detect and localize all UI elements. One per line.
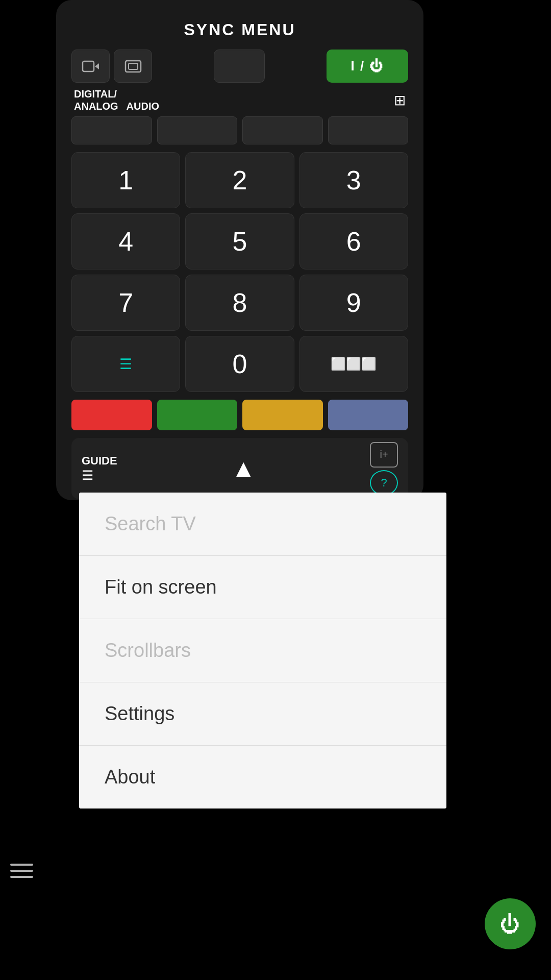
help-button[interactable]: ? [370,470,398,496]
yellow-button[interactable] [242,400,323,430]
top-row: I / ⏻ [71,50,408,83]
hamburger-line-2 [10,870,33,872]
sub-btn-4[interactable] [328,116,409,144]
num-4-button[interactable]: 4 [71,213,180,270]
svg-rect-2 [126,61,141,72]
blue-button[interactable] [328,400,409,430]
guide-button[interactable]: GUIDE ☰ [82,454,117,483]
num-6-button[interactable]: 6 [299,213,408,270]
svg-marker-1 [95,63,99,69]
svg-rect-3 [129,63,138,69]
fab-icon: ⏻ [500,913,520,936]
svg-rect-0 [83,61,94,71]
top-left-buttons [71,50,152,83]
numpad: 1 2 3 4 5 6 7 8 9 ☰ 0 ⬜⬜⬜ [71,152,408,392]
num-5-button[interactable]: 5 [185,213,294,270]
digital-analog-label: DIGITAL/ ANALOG AUDIO [74,88,159,112]
dropdown-menu: Search TV Fit on screen Scrollbars Setti… [79,493,446,808]
middle-top-button[interactable] [214,50,265,83]
red-button[interactable] [71,400,152,430]
info-button[interactable]: i+ [370,442,398,468]
subtitle-button[interactable]: ⬜⬜⬜ [299,336,408,392]
power-button[interactable]: I / ⏻ [327,50,408,83]
up-arrow-button[interactable]: ▲ [231,454,257,483]
menu-item-settings[interactable]: Settings [79,682,446,746]
menu-item-fit-on-screen[interactable]: Fit on screen [79,556,446,619]
fab-button[interactable]: ⏻ [485,898,536,949]
equalizer-icon: ⊞ [394,92,406,109]
menu-item-scrollbars[interactable]: Scrollbars [79,619,446,682]
menu-item-about[interactable]: About [79,746,446,808]
sync-menu-title: SYNC MENU [71,20,408,39]
num-3-button[interactable]: 3 [299,152,408,208]
aspect-button[interactable] [114,50,152,83]
guide-label: GUIDE [82,454,117,468]
list-button[interactable]: ☰ [71,336,180,392]
power-label: I / ⏻ [351,58,384,74]
menu-item-search-tv[interactable]: Search TV [79,493,446,556]
green-button[interactable] [157,400,238,430]
sub-btn-3[interactable] [242,116,323,144]
num-8-button[interactable]: 8 [185,275,294,331]
sub-btn-2[interactable] [157,116,238,144]
sub-row-buttons [71,116,408,144]
hamburger-line-1 [10,864,33,866]
right-icons: i+ ? [370,442,398,496]
color-buttons [71,400,408,430]
labels-row: DIGITAL/ ANALOG AUDIO ⊞ [71,88,408,112]
sub-btn-1[interactable] [71,116,152,144]
num-7-button[interactable]: 7 [71,275,180,331]
num-1-button[interactable]: 1 [71,152,180,208]
hamburger-menu[interactable] [10,864,33,878]
num-2-button[interactable]: 2 [185,152,294,208]
guide-icon: ☰ [82,468,93,483]
guide-row: GUIDE ☰ ▲ i+ ? [71,438,408,499]
input-button[interactable] [71,50,110,83]
num-0-button[interactable]: 0 [185,336,294,392]
remote-control: SYNC MENU I / ⏻ DIGITAL/ [56,0,423,500]
hamburger-line-3 [10,876,33,878]
num-9-button[interactable]: 9 [299,275,408,331]
